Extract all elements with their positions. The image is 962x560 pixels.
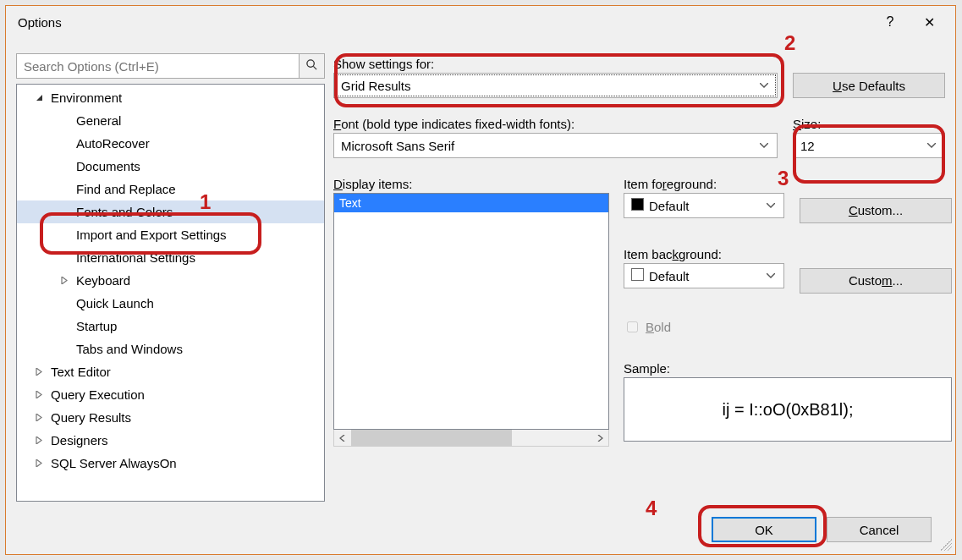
bold-label: Bold <box>646 320 671 334</box>
tree-item[interactable]: Text Editor <box>17 360 324 383</box>
size-label: Size: <box>793 117 945 131</box>
chevron-down-icon <box>763 266 778 285</box>
custom-foreground-button[interactable]: Custom... <box>800 198 952 223</box>
tree-item[interactable]: Environment <box>17 86 324 109</box>
tree-item[interactable]: Keyboard <box>17 269 324 292</box>
expand-icon <box>32 391 46 398</box>
tree-item-label: Environment <box>51 91 122 105</box>
tree-item-label: Startup <box>76 319 117 333</box>
font-value: Microsoft Sans Serif <box>341 139 454 153</box>
tree-item-label: Fonts and Colors <box>76 205 173 219</box>
tree-item-label: AutoRecover <box>76 136 150 151</box>
tree-item[interactable]: Startup <box>17 315 324 338</box>
svg-point-0 <box>307 60 314 67</box>
right-pane: Show settings for: Grid Results Use Defa… <box>333 38 945 502</box>
item-foreground-label: Item foreground: <box>624 177 784 191</box>
item-background-label: Item background: <box>624 247 784 261</box>
tree-item-label: International Settings <box>76 250 195 265</box>
tree-item[interactable]: Query Results <box>17 406 324 429</box>
chevron-down-icon <box>756 136 772 155</box>
tree-item-label: Query Execution <box>51 387 145 402</box>
tree-item-label: Find and Replace <box>76 182 176 196</box>
options-dialog: Options ? ✕ EnvironmentGeneralAutoRecove… <box>5 5 956 555</box>
help-button[interactable]: ? <box>871 6 910 38</box>
color-swatch-icon <box>631 268 644 281</box>
tree-item[interactable]: Quick Launch <box>17 292 324 315</box>
custom-background-button[interactable]: Custom... <box>800 268 952 294</box>
ok-button[interactable]: OK <box>712 517 816 542</box>
tree-item[interactable]: Find and Replace <box>17 178 324 200</box>
sample-box: ij = I::oO(0xB81l); <box>624 377 952 442</box>
chevron-down-icon <box>763 196 778 215</box>
search-input[interactable] <box>16 53 300 79</box>
display-items-list[interactable]: Text <box>333 193 609 430</box>
left-pane: EnvironmentGeneralAutoRecoverDocumentsFi… <box>16 38 325 502</box>
item-foreground-value: Default <box>649 199 690 213</box>
item-background-value: Default <box>649 269 690 283</box>
tree-item-label: General <box>76 113 121 128</box>
horizontal-scrollbar[interactable] <box>333 430 609 447</box>
collapse-icon <box>32 94 46 102</box>
expand-icon <box>58 277 71 284</box>
tree-item-label: Documents <box>76 159 140 173</box>
scroll-left-icon[interactable] <box>334 430 351 446</box>
tree-item-label: Import and Export Settings <box>76 228 227 242</box>
use-defaults-button[interactable]: Use Defaults <box>793 73 945 98</box>
tree-item-label: Text Editor <box>51 365 111 379</box>
expand-icon <box>32 436 46 444</box>
chevron-down-icon <box>756 76 772 95</box>
list-item[interactable]: Text <box>334 194 608 212</box>
tree-item-label: SQL Server AlwaysOn <box>51 456 177 470</box>
tree-item[interactable]: Tabs and Windows <box>17 338 324 360</box>
titlebar: Options ? ✕ <box>6 6 955 38</box>
show-settings-for-combo[interactable]: Grid Results <box>333 73 778 98</box>
font-combo[interactable]: Microsoft Sans Serif <box>333 133 778 158</box>
tree-item[interactable]: General <box>17 109 324 132</box>
size-combo[interactable]: 12 <box>793 133 945 158</box>
expand-icon <box>32 459 46 467</box>
chevron-down-icon <box>924 136 939 155</box>
item-foreground-combo[interactable]: Default <box>624 193 784 218</box>
scroll-right-icon[interactable] <box>591 430 608 446</box>
font-label: Font (bold type indicates fixed-width fo… <box>333 117 778 131</box>
dialog-footer: OK Cancel 4 <box>6 505 955 554</box>
tree-item-label: Tabs and Windows <box>76 342 183 356</box>
bold-checkbox <box>627 321 638 332</box>
resize-grip-icon[interactable] <box>940 539 952 551</box>
tree-item-label: Quick Launch <box>76 296 154 310</box>
scroll-thumb[interactable] <box>351 430 512 446</box>
dialog-title: Options <box>18 15 871 30</box>
nav-tree[interactable]: EnvironmentGeneralAutoRecoverDocumentsFi… <box>16 84 325 502</box>
expand-icon <box>32 368 46 376</box>
show-settings-for-value: Grid Results <box>341 79 411 93</box>
tree-item-label: Query Results <box>51 410 131 425</box>
search-icon <box>305 58 318 74</box>
tree-item[interactable]: AutoRecover <box>17 132 324 155</box>
tree-item[interactable]: Documents <box>17 155 324 178</box>
size-value: 12 <box>800 139 815 153</box>
tree-item[interactable]: Query Execution <box>17 383 324 406</box>
expand-icon <box>32 414 46 421</box>
cancel-button[interactable]: Cancel <box>827 517 932 542</box>
tree-item[interactable]: Fonts and Colors <box>17 200 324 223</box>
search-button[interactable] <box>300 53 325 79</box>
svg-line-1 <box>313 66 316 69</box>
tree-item-label: Keyboard <box>76 273 130 288</box>
close-button[interactable]: ✕ <box>910 6 948 38</box>
tree-item[interactable]: SQL Server AlwaysOn <box>17 452 324 475</box>
tree-item-label: Designers <box>51 433 108 447</box>
item-background-combo[interactable]: Default <box>624 263 784 288</box>
sample-label: Sample: <box>624 361 952 376</box>
color-swatch-icon <box>631 198 644 211</box>
tree-item[interactable]: International Settings <box>17 246 324 269</box>
tree-item[interactable]: Import and Export Settings <box>17 223 324 246</box>
sample-text: ij = I::oO(0xB81l); <box>722 400 853 420</box>
show-settings-for-label: Show settings for: <box>333 57 778 71</box>
tree-item[interactable]: Designers <box>17 429 324 452</box>
